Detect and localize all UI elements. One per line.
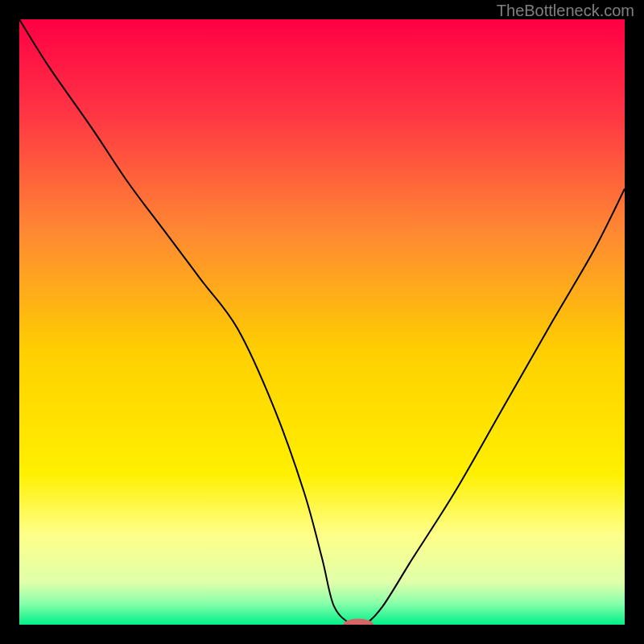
chart-background xyxy=(19,19,625,625)
attribution-text: TheBottleneck.com xyxy=(497,2,634,20)
chart-plot-area xyxy=(19,19,625,625)
chart-svg xyxy=(19,19,625,625)
